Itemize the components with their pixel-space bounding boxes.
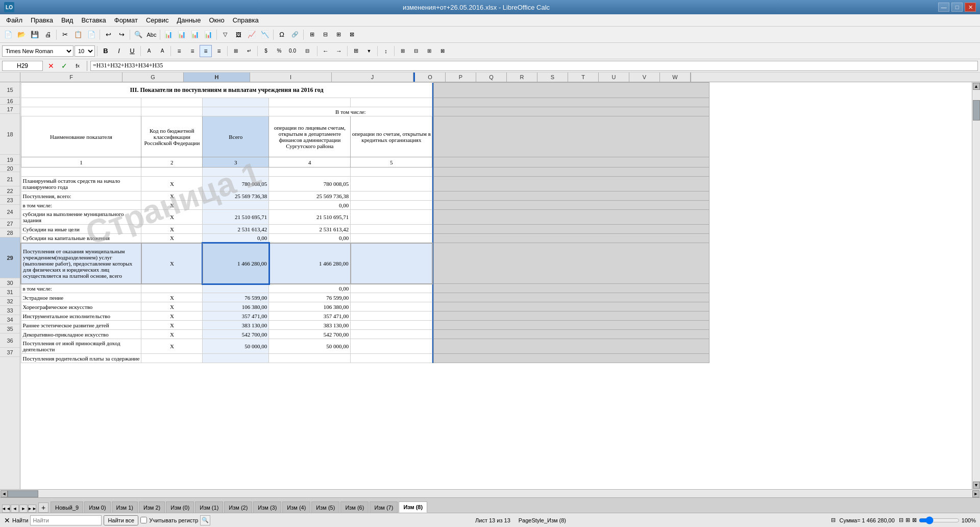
- cell-i19[interactable]: 4: [269, 157, 351, 167]
- menu-tools[interactable]: Сервис: [142, 15, 173, 25]
- grid3-button[interactable]: ⊞: [332, 29, 345, 41]
- col-header-G[interactable]: G: [122, 73, 184, 82]
- cell-f23[interactable]: в том числе:: [21, 201, 141, 210]
- menu-help[interactable]: Справка: [229, 15, 263, 25]
- cell-h21[interactable]: 780 008,05: [203, 177, 269, 191]
- sheet-tab-izm5[interactable]: Изм (5): [311, 501, 339, 513]
- font-name-dropdown[interactable]: Times New Roman: [2, 45, 74, 57]
- cell-f33[interactable]: Инструментальное исполнительство: [21, 312, 141, 321]
- cell-g27[interactable]: X: [141, 225, 203, 234]
- cell-f36[interactable]: Поступления от иной приносящей доход дея…: [21, 339, 141, 354]
- cell-h16[interactable]: [203, 98, 269, 107]
- cell-i36[interactable]: 50 000,00: [269, 339, 351, 354]
- hscroll-track[interactable]: [8, 490, 972, 497]
- cell-f31[interactable]: Эстрадное пение: [21, 293, 141, 302]
- cell-i16[interactable]: [269, 98, 351, 107]
- cell-j34[interactable]: [351, 321, 432, 330]
- close-button[interactable]: ✕: [965, 3, 976, 12]
- cell-j30[interactable]: [351, 284, 432, 293]
- cell-h34[interactable]: 383 130,00: [203, 321, 269, 330]
- align-justify-button[interactable]: ≡: [213, 45, 225, 57]
- cell-j22[interactable]: [351, 191, 432, 201]
- row-num-36[interactable]: 36: [0, 333, 20, 348]
- col-header-W[interactable]: W: [660, 73, 691, 82]
- copy-button[interactable]: 📋: [72, 29, 84, 41]
- cell-f24[interactable]: субсидии на выполнение муниципального за…: [21, 210, 141, 225]
- col-header-J[interactable]: J: [332, 73, 413, 82]
- font-color-button[interactable]: A: [143, 45, 155, 57]
- cell-g24[interactable]: X: [141, 210, 203, 225]
- cell-i30[interactable]: 0,00: [269, 284, 351, 293]
- sheet-nav-prev[interactable]: ◄: [11, 505, 19, 513]
- cell-j27[interactable]: [351, 225, 432, 234]
- row-num-16[interactable]: 16: [0, 98, 20, 105]
- chart2-button[interactable]: 📊: [176, 29, 188, 41]
- match-case-checkbox[interactable]: [140, 517, 147, 523]
- cell-g17[interactable]: [141, 107, 203, 116]
- special-char-button[interactable]: Ω: [276, 29, 288, 41]
- cell-h27[interactable]: 2 531 613,42: [203, 225, 269, 234]
- cell-i29[interactable]: 1 466 280,00: [269, 243, 351, 284]
- cell-h31[interactable]: 76 599,00: [203, 293, 269, 302]
- cell-i35[interactable]: 542 700,00: [269, 330, 351, 339]
- cell-i23[interactable]: 0,00: [269, 201, 351, 210]
- scroll-track[interactable]: [973, 90, 980, 482]
- cell-i21[interactable]: 780 008,05: [269, 177, 351, 191]
- cell-g16[interactable]: [141, 98, 203, 107]
- cell-f21[interactable]: Планируемый остаток средств на начало пл…: [21, 177, 141, 191]
- cell-h20[interactable]: [203, 167, 269, 177]
- image-button[interactable]: 🖼: [232, 29, 244, 41]
- cell-j21[interactable]: [351, 177, 432, 191]
- cell-g30[interactable]: [141, 284, 203, 293]
- hscroll-thumb[interactable]: [8, 490, 38, 497]
- underline-button[interactable]: U: [126, 45, 138, 57]
- cell-j24[interactable]: [351, 210, 432, 225]
- cell-g29[interactable]: X: [141, 243, 203, 284]
- status-normal-icon[interactable]: ⊟: [831, 517, 836, 523]
- scroll-left-button[interactable]: ◄: [1, 490, 8, 497]
- cell-g22[interactable]: X: [141, 191, 203, 201]
- cell-j28[interactable]: [351, 234, 432, 243]
- row-num-22[interactable]: 22: [0, 186, 20, 196]
- scroll-thumb[interactable]: [973, 100, 980, 121]
- col-header-I[interactable]: I: [250, 73, 332, 82]
- cell-j35[interactable]: [351, 330, 432, 339]
- wrap-button[interactable]: ↵: [243, 45, 255, 57]
- sheet-nav-last[interactable]: ►►: [28, 505, 36, 513]
- cell-g32[interactable]: X: [141, 302, 203, 312]
- cell-f32[interactable]: Хореографическое искусство: [21, 302, 141, 312]
- horizontal-scrollbar[interactable]: ◄ ►: [0, 489, 980, 497]
- cell-h28[interactable]: 0,00: [203, 234, 269, 243]
- scroll-right-button[interactable]: ►: [972, 490, 979, 497]
- function-wizard-button[interactable]: fx: [71, 60, 84, 72]
- sheet-tab-izm2p[interactable]: Изм 2): [139, 501, 165, 513]
- chart-button[interactable]: 📊: [162, 29, 175, 41]
- view-page-button[interactable]: ⊞: [905, 517, 910, 523]
- undo-button[interactable]: ↩: [102, 29, 114, 41]
- sheet-tab-izm3[interactable]: Изм (3): [253, 501, 281, 513]
- menu-window[interactable]: Окно: [205, 15, 228, 25]
- align-right-button[interactable]: ≡: [200, 45, 212, 57]
- view-normal-button[interactable]: ⊟: [899, 517, 903, 523]
- cell-j31[interactable]: [351, 293, 432, 302]
- sheet-tab-izm2[interactable]: Изм (2): [224, 501, 252, 513]
- cell-g21[interactable]: X: [141, 177, 203, 191]
- cell-h35[interactable]: 542 700,00: [203, 330, 269, 339]
- sheet-tab-novyy9[interactable]: Новый_9: [51, 501, 83, 513]
- cell-g37[interactable]: [141, 354, 203, 363]
- cell-f22[interactable]: Поступления, всего:: [21, 191, 141, 201]
- cell-g36[interactable]: X: [141, 339, 203, 354]
- row-num-20[interactable]: 20: [0, 165, 20, 172]
- col-header-S[interactable]: S: [537, 73, 568, 82]
- bg-color-button[interactable]: A: [156, 45, 168, 57]
- row-num-31[interactable]: 31: [0, 288, 20, 297]
- grid4-button[interactable]: ⊠: [346, 29, 358, 41]
- grid2-button[interactable]: ⊟: [319, 29, 331, 41]
- find-close-icon[interactable]: ✕: [4, 516, 10, 524]
- sheet-tab-izm6[interactable]: Изм (6): [340, 501, 369, 513]
- styles4-button[interactable]: ⊠: [436, 45, 449, 57]
- minimize-button[interactable]: —: [938, 3, 949, 12]
- sheet-tab-izm1p[interactable]: Изм 1): [112, 501, 138, 513]
- row-num-15[interactable]: 15: [0, 82, 20, 98]
- font-size-dropdown[interactable]: 10: [75, 45, 95, 57]
